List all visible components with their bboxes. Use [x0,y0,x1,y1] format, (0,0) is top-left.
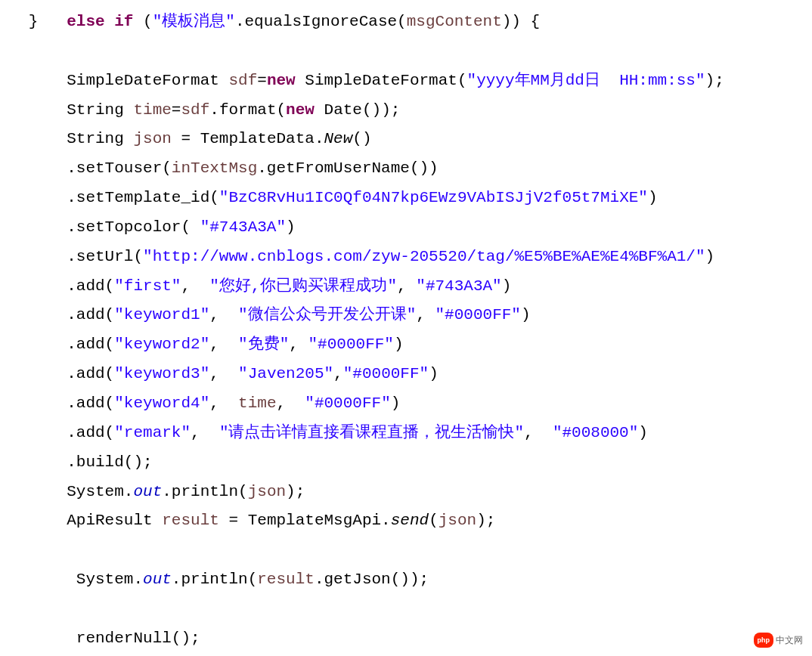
code-text: System. [0,483,133,500]
code-text: ) [638,424,648,441]
variable: result [162,512,219,529]
code-text: )) { [502,13,540,30]
code-text: String [0,101,133,119]
code-text: = [257,72,267,89]
code-text: SimpleDateFormat( [296,72,467,89]
code-text: .add( [0,365,114,382]
string-literal: "BzC8RvHu1IC0Qf04N7kp6EWz9VAbISJjV2f05t7… [219,189,648,206]
code-text: ApiResult [0,512,162,529]
string-literal: "#743A3A" [416,277,501,295]
code-text: ) [286,218,296,236]
code-text: .equalsIgnoreCase( [235,13,407,30]
watermark: php 中文网 [754,632,804,648]
string-literal: "http://www.cnblogs.com/zyw-205520/tag/%… [143,248,705,265]
code-text: .setTemplate_id( [0,189,219,206]
string-literal: "#0000FF" [305,395,390,412]
variable: json [133,130,171,147]
string-literal: "Javen205" [238,365,333,382]
code-text: ) [502,277,512,295]
code-text: , [524,424,553,441]
code-text: ) [648,189,658,206]
code-text: .add( [0,277,114,295]
code-text: System. [0,571,143,588]
code-text: .build(); [0,453,153,471]
code-text: .add( [0,336,114,353]
code-text: .getFromUserName()) [257,159,438,177]
string-literal: "#743A3A" [200,218,286,236]
code-text: , [209,306,238,323]
code-text: SimpleDateFormat [0,72,228,89]
code-text: .println( [172,571,257,588]
variable: time [133,101,171,119]
keyword: new [267,72,296,89]
code-text: renderNull(); [0,630,200,647]
variable: result [257,571,315,588]
code-text: , [209,395,238,412]
code-text: = TemplateMsgApi. [219,512,391,529]
string-literal: "您好,你已购买课程成功" [209,277,397,295]
static-field: out [133,483,162,500]
code-text: () [352,130,371,147]
variable: json [439,512,476,529]
static-method: New [324,130,353,147]
string-literal: "微信公众号开发公开课" [238,306,416,323]
code-text: ); [286,483,305,500]
string-literal: "模板消息" [153,13,235,30]
code-text: , [397,277,416,295]
code-text: , [209,336,238,353]
code-text: ); [476,512,495,529]
code-text: String [0,130,133,147]
variable: msgContent [407,13,502,30]
code-text: .add( [0,395,114,412]
watermark-logo: php [754,633,774,648]
code-text: .setTopcolor( [0,218,200,236]
code-text: .format( [209,101,286,119]
string-literal: "keyword3" [114,365,209,382]
string-literal: "#0000FF" [308,336,394,353]
variable: time [238,395,276,412]
code-text: ( [429,512,439,529]
string-literal: "keyword4" [114,395,209,412]
variable: json [248,483,286,500]
code-text: = [172,101,181,119]
code-text: ); [705,72,724,89]
string-literal: "请点击详情直接看课程直播，祝生活愉快" [219,424,524,441]
code-text: , [209,365,238,382]
code-text: .setTouser( [0,159,172,177]
string-literal: "#0000FF" [435,306,521,323]
keyword: else if [67,13,133,30]
code-text: ) [429,365,439,382]
code-text: Date()); [315,101,400,119]
code-text: ( [133,13,152,30]
code-text: .add( [0,306,114,323]
code-text: , [191,424,219,441]
code-text: , [416,306,435,323]
code-text: .println( [162,483,247,500]
string-literal: "#008000" [553,424,638,441]
string-literal: "yyyy年MM月dd日 HH:mm:ss" [467,72,705,89]
variable: inTextMsg [172,159,257,177]
string-literal: "#0000FF" [343,365,429,382]
code-text: , [277,395,305,412]
keyword: new [286,101,315,119]
string-literal: "免费" [238,336,289,353]
code-text: .add( [0,424,114,441]
string-literal: "first" [114,277,181,295]
code-text: ) [394,336,404,353]
static-field: out [143,571,172,588]
variable: sdf [228,72,257,89]
code-text: .setUrl( [0,248,143,265]
string-literal: "keyword1" [114,306,209,323]
code-text: ) [521,306,531,323]
code-text: , [333,365,343,382]
code-text: = TemplateData. [172,130,324,147]
string-literal: "keyword2" [114,336,209,353]
variable: sdf [181,101,209,119]
watermark-text: 中文网 [776,632,803,648]
code-text: ) [705,248,715,265]
code-text: , [181,277,209,295]
code-text: .getJson()); [315,571,429,588]
code-block: } else if ("模板消息".equalsIgnoreCase(msgCo… [0,0,812,656]
string-literal: "remark" [114,424,191,441]
code-text: ) [391,395,401,412]
